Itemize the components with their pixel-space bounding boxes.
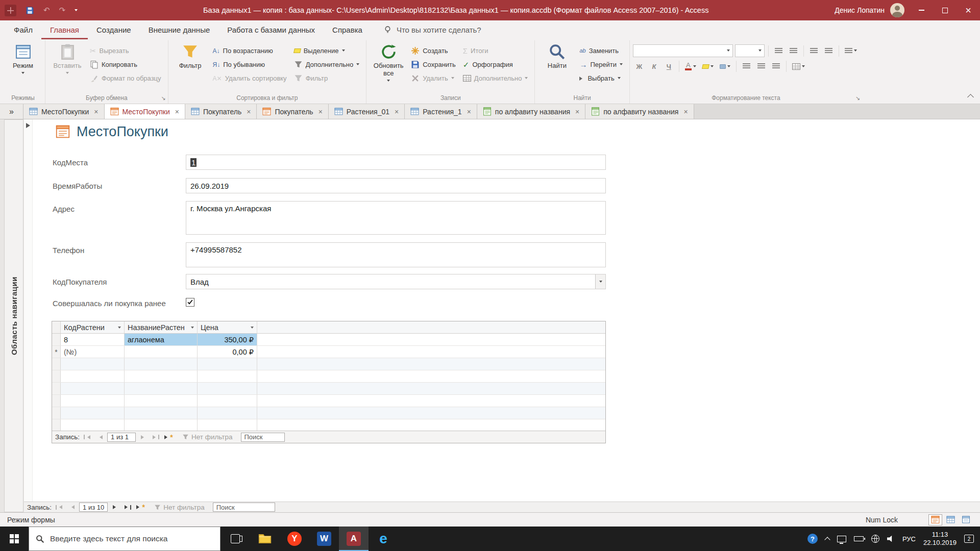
field-kodmesta[interactable]: 1: [186, 155, 606, 170]
notification-center-icon[interactable]: 2: [964, 535, 974, 543]
format-painter-button[interactable]: Формат по образцу: [86, 71, 165, 85]
replace-button[interactable]: abЗаменить: [576, 44, 626, 58]
sort-ascending-button[interactable]: А↓По возрастанию: [209, 44, 290, 58]
copy-button[interactable]: Копировать: [86, 58, 165, 71]
close-icon[interactable]: ×: [467, 108, 471, 116]
advanced-filter-button[interactable]: Дополнительно: [290, 58, 363, 71]
align-left-button[interactable]: [740, 60, 753, 72]
cell[interactable]: [61, 383, 125, 394]
select-all-cell[interactable]: [52, 321, 61, 333]
tab-database-tools[interactable]: Работа с базами данных: [218, 20, 324, 39]
more-records-button[interactable]: Дополнительно: [459, 71, 532, 85]
design-view-button[interactable]: [959, 514, 973, 525]
gridlines-button[interactable]: [790, 60, 807, 72]
filter-button[interactable]: Фильтр: [172, 41, 209, 92]
filter-status[interactable]: Нет фильтра: [154, 504, 204, 511]
cell[interactable]: [198, 419, 257, 431]
display-tray-icon[interactable]: [837, 536, 846, 542]
find-button[interactable]: Найти: [538, 41, 576, 92]
view-button[interactable]: Режим: [4, 41, 42, 92]
tab-home[interactable]: Главная: [41, 20, 88, 39]
record-selector-bar[interactable]: [24, 119, 33, 502]
combo-dropdown-button[interactable]: [595, 274, 605, 289]
yandex-browser-button[interactable]: Y: [280, 527, 309, 551]
volume-tray-icon[interactable]: [887, 535, 895, 542]
doc-tab-alphabet-report-2[interactable]: по алфавиту названия×: [585, 104, 694, 119]
bold-button[interactable]: Ж: [633, 60, 646, 72]
collapse-ribbon-button[interactable]: [967, 94, 974, 101]
close-icon[interactable]: ×: [575, 108, 579, 116]
save-record-button[interactable]: Сохранить: [407, 58, 459, 71]
cell[interactable]: [125, 419, 198, 431]
minimize-button[interactable]: [910, 0, 933, 20]
toggle-filter-button[interactable]: Фильтр: [290, 71, 363, 85]
last-record-button[interactable]: [122, 503, 133, 512]
cell[interactable]: [61, 407, 125, 419]
account-area[interactable]: Денис Лопатин: [829, 3, 910, 17]
first-record-button[interactable]: [54, 503, 64, 512]
nav-pane-expand-button[interactable]: »: [0, 104, 23, 119]
next-record-button[interactable]: [110, 503, 120, 512]
refresh-all-button[interactable]: Обновить все: [370, 41, 407, 92]
battery-tray-icon[interactable]: [854, 536, 864, 541]
filter-arrow-icon[interactable]: [191, 327, 194, 330]
totals-button[interactable]: ΣИтоги: [459, 44, 532, 58]
column-header-nazvanie[interactable]: НазваниеРастен: [125, 321, 198, 333]
decrease-indent-button[interactable]: [807, 45, 820, 57]
row-selector[interactable]: [52, 419, 61, 431]
record-position[interactable]: 1 из 1: [107, 433, 136, 442]
paste-button[interactable]: Вставить: [48, 41, 86, 92]
previous-record-button[interactable]: [94, 433, 105, 442]
navigation-pane-title[interactable]: Область навигации: [10, 277, 18, 355]
row-selector[interactable]: [52, 370, 61, 382]
taskbar-search-box[interactable]: Введите здесь текст для поиска: [29, 527, 220, 551]
row-selector[interactable]: [52, 395, 61, 407]
row-selector[interactable]: [52, 358, 61, 370]
doc-tab-pokupatel-table[interactable]: Покупатель×: [185, 104, 257, 119]
goto-button[interactable]: →Перейти: [576, 58, 626, 71]
close-button[interactable]: ×: [957, 0, 980, 20]
delete-record-button[interactable]: Удалить: [407, 71, 459, 85]
help-tray-icon[interactable]: ?: [807, 534, 818, 544]
column-header-tsena[interactable]: Цена: [198, 321, 257, 333]
last-record-button[interactable]: [151, 433, 161, 442]
field-adres[interactable]: г. Москва ул.Ангарская: [186, 201, 606, 235]
doc-tab-rasteniya01[interactable]: Растения_01×: [329, 104, 405, 119]
cell[interactable]: [61, 395, 125, 407]
cell[interactable]: [125, 395, 198, 407]
close-icon[interactable]: ×: [94, 108, 98, 116]
close-icon[interactable]: ×: [395, 108, 399, 116]
doc-tab-mestopokupki-form[interactable]: МестоПокупки×: [105, 104, 186, 119]
cell-kod-new[interactable]: (№): [61, 346, 125, 358]
language-indicator[interactable]: РУС: [902, 535, 916, 543]
cell[interactable]: [198, 383, 257, 394]
cell[interactable]: [198, 370, 257, 382]
new-record-button[interactable]: Создать: [407, 44, 459, 58]
task-view-button[interactable]: [220, 527, 250, 551]
row-selector[interactable]: [52, 407, 61, 419]
start-button[interactable]: [0, 527, 29, 551]
doc-tab-alphabet-report-1[interactable]: по алфавиту названия×: [477, 104, 585, 119]
bullet-list-button[interactable]: [772, 45, 785, 57]
network-tray-icon[interactable]: [871, 535, 879, 543]
numbered-list-button[interactable]: [787, 45, 800, 57]
field-kodpokupatelya-combo[interactable]: Влад: [186, 274, 606, 289]
checkbox-pokupka-ranee[interactable]: [186, 298, 194, 307]
align-right-button[interactable]: [770, 60, 782, 72]
select-button[interactable]: Выбрать: [576, 71, 626, 85]
subform-search-box[interactable]: Поиск: [241, 433, 285, 442]
spelling-button[interactable]: ✓Орфография: [459, 58, 532, 71]
cell-kod[interactable]: 8: [61, 334, 125, 345]
save-button[interactable]: [21, 0, 39, 20]
cell-tsena[interactable]: 350,00 ₽: [198, 334, 257, 345]
font-name-combo[interactable]: [633, 44, 733, 57]
background-fill-button[interactable]: [718, 60, 732, 72]
cell[interactable]: [61, 370, 125, 382]
font-size-combo[interactable]: [735, 44, 765, 57]
record-position[interactable]: 1 из 10: [79, 503, 108, 512]
tab-create[interactable]: Создание: [88, 20, 140, 39]
cut-button[interactable]: ✂Вырезать: [86, 44, 165, 58]
font-color-button[interactable]: А: [683, 60, 698, 72]
doc-tab-rasteniya1[interactable]: Растения_1×: [405, 104, 477, 119]
align-center-button[interactable]: [755, 60, 768, 72]
